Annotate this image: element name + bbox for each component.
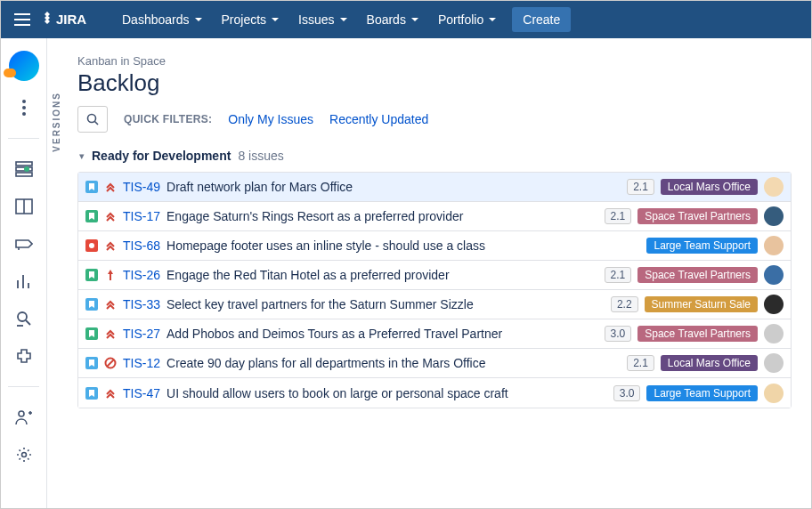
nav-boards[interactable]: Boards: [358, 7, 427, 32]
issue-summary: Engage Saturn's Rings Resort as a prefer…: [166, 209, 598, 223]
backlog-icon[interactable]: [13, 158, 35, 180]
layout: VERSIONS Kanban in Space Backlog QUICK F…: [1, 38, 811, 508]
epic-lozenge[interactable]: Local Mars Office: [661, 355, 758, 371]
assignee-avatar[interactable]: [764, 206, 784, 226]
story-icon: [85, 269, 98, 281]
issue-row[interactable]: TIS-33Select key travel partners for the…: [78, 290, 791, 319]
epic-lozenge[interactable]: Local Mars Office: [661, 179, 758, 195]
releases-icon[interactable]: [13, 233, 35, 254]
issue-key[interactable]: TIS-49: [123, 180, 160, 194]
jira-logo[interactable]: JIRA: [42, 11, 97, 28]
issue-summary: Engage the Red Titan Hotel as a preferre…: [166, 268, 598, 282]
issue-key[interactable]: TIS-33: [123, 297, 160, 311]
assignee-avatar[interactable]: [764, 324, 784, 343]
issue-key[interactable]: TIS-47: [123, 386, 160, 400]
task-icon: [85, 387, 98, 400]
issue-row[interactable]: TIS-68Homepage footer uses an inline sty…: [78, 231, 791, 261]
svg-point-9: [18, 312, 27, 321]
add-user-icon[interactable]: [13, 407, 35, 428]
project-name[interactable]: Kanban in Space: [77, 54, 792, 68]
page-title: Backlog: [77, 69, 792, 97]
priority-highest-icon: [104, 298, 117, 311]
story-icon: [85, 210, 98, 222]
versions-label: VERSIONS: [52, 92, 61, 152]
versions-panel-toggle[interactable]: VERSIONS: [47, 38, 65, 508]
chevron-down-icon: [489, 18, 496, 22]
nav-label: Dashboards: [122, 12, 190, 27]
issue-key[interactable]: TIS-17: [123, 209, 160, 223]
issue-row[interactable]: TIS-47UI should allow users to book on l…: [78, 378, 791, 408]
issue-row[interactable]: TIS-26Engage the Red Titan Hotel as a pr…: [78, 261, 791, 290]
epic-lozenge[interactable]: Summer Saturn Sale: [645, 296, 758, 312]
chevron-down-icon: [272, 18, 279, 22]
issue-key[interactable]: TIS-27: [123, 327, 160, 341]
svg-point-20: [89, 243, 94, 248]
svg-line-26: [107, 360, 114, 367]
svg-line-10: [26, 320, 30, 325]
menu-icon[interactable]: [10, 7, 35, 32]
chevron-down-icon: [340, 18, 347, 22]
nav-projects[interactable]: Projects: [213, 7, 288, 32]
version-lozenge[interactable]: 3.0: [613, 385, 641, 401]
priority-highest-icon: [104, 387, 117, 400]
issue-summary: Create 90 day plans for all departments …: [166, 356, 621, 370]
issue-key[interactable]: TIS-12: [123, 356, 160, 370]
rail-separator-2: [8, 386, 40, 387]
filter-bar: QUICK FILTERS: Only My Issues Recently U…: [77, 106, 792, 133]
nav-issues[interactable]: Issues: [289, 7, 355, 32]
search-detail-icon[interactable]: [13, 308, 35, 329]
reports-icon[interactable]: [13, 271, 35, 292]
issue-summary: UI should allow users to book on large o…: [166, 386, 607, 400]
quick-filter-recently-updated[interactable]: Recently Updated: [329, 112, 428, 126]
assignee-avatar[interactable]: [764, 265, 784, 285]
issue-row[interactable]: TIS-12Create 90 day plans for all depart…: [78, 349, 791, 378]
epic-lozenge[interactable]: Space Travel Partners: [637, 267, 758, 283]
assignee-avatar[interactable]: [764, 353, 784, 373]
priority-highest-icon: [104, 327, 117, 340]
epic-lozenge[interactable]: Space Travel Partners: [637, 208, 758, 224]
chevron-down-icon: [195, 18, 202, 22]
nav-portfolio[interactable]: Portfolio: [429, 7, 505, 32]
version-lozenge[interactable]: 2.2: [611, 296, 638, 312]
nav-label: Boards: [367, 12, 406, 27]
section-header[interactable]: ▾ Ready for Development 8 issues: [79, 149, 792, 163]
assignee-avatar[interactable]: [764, 177, 784, 197]
issue-row[interactable]: TIS-49Draft network plan for Mars Office…: [78, 173, 791, 202]
version-lozenge[interactable]: 2.1: [605, 208, 632, 224]
nav-label: Issues: [298, 12, 334, 27]
board-icon[interactable]: [13, 196, 35, 217]
chevron-down-icon[interactable]: ▾: [79, 150, 85, 162]
priority-blocker-icon: [104, 357, 117, 369]
quick-filters-label: QUICK FILTERS:: [124, 113, 212, 125]
quick-filter-only-my-issues[interactable]: Only My Issues: [228, 112, 313, 126]
issue-summary: Select key travel partners for the Satur…: [166, 297, 605, 311]
search-button[interactable]: [77, 106, 108, 133]
svg-point-16: [88, 115, 96, 123]
issue-row[interactable]: TIS-27Add Phobos and Deimos Tours as a P…: [78, 319, 791, 349]
ellipsis-icon[interactable]: [13, 97, 35, 118]
version-lozenge[interactable]: 2.1: [627, 355, 654, 371]
bug-icon: [85, 239, 98, 252]
version-lozenge[interactable]: 3.0: [605, 326, 632, 342]
assignee-avatar[interactable]: [764, 295, 784, 314]
svg-rect-1: [16, 162, 32, 166]
section-name: Ready for Development: [92, 149, 231, 163]
main-content: Kanban in Space Backlog QUICK FILTERS: O…: [65, 38, 811, 508]
version-lozenge[interactable]: 2.1: [605, 267, 632, 283]
issue-key[interactable]: TIS-68: [123, 238, 160, 253]
epic-lozenge[interactable]: Large Team Support: [646, 238, 758, 254]
assignee-avatar[interactable]: [764, 236, 784, 255]
epic-lozenge[interactable]: Space Travel Partners: [637, 326, 758, 342]
create-button[interactable]: Create: [512, 7, 571, 32]
rail-separator: [8, 138, 40, 139]
version-lozenge[interactable]: 2.1: [627, 179, 654, 195]
settings-icon[interactable]: [13, 444, 35, 465]
assignee-avatar[interactable]: [764, 384, 784, 403]
project-avatar[interactable]: [9, 51, 39, 81]
addons-icon[interactable]: [13, 345, 35, 367]
issue-key[interactable]: TIS-26: [123, 268, 160, 282]
nav-dashboards[interactable]: Dashboards: [113, 7, 211, 32]
epic-lozenge[interactable]: Large Team Support: [646, 385, 758, 401]
nav-items: DashboardsProjectsIssuesBoardsPortfolio: [113, 7, 505, 32]
issue-row[interactable]: TIS-17Engage Saturn's Rings Resort as a …: [78, 202, 791, 231]
